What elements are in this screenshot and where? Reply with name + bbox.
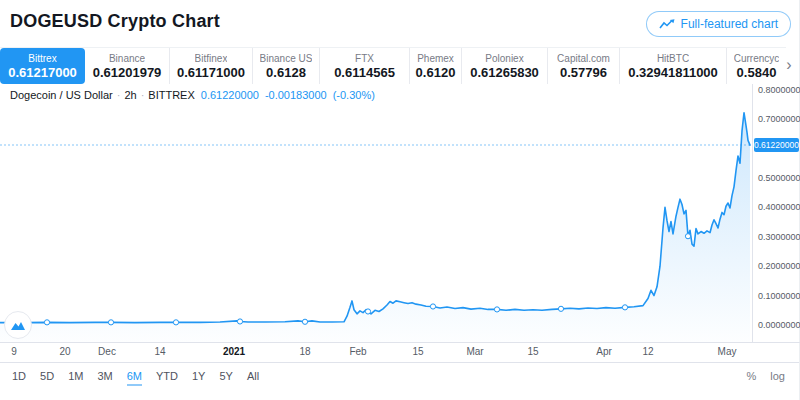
- full-featured-chart-label: Full-featured chart: [681, 17, 778, 31]
- header: DOGEUSD Crypto Chart Full-featured chart: [0, 0, 799, 46]
- time-axis-tick: Feb: [349, 342, 366, 362]
- exchange-price: 0.6120: [416, 65, 456, 80]
- legend-exchange: BITTREX: [148, 89, 194, 101]
- exchange-tab-bittrex[interactable]: Bittrex0.61217000: [0, 48, 85, 84]
- exchange-tab-binance-us[interactable]: Binance US0.6128: [253, 48, 320, 84]
- exchange-name: FTX: [355, 53, 374, 65]
- range-button-6m[interactable]: 6M: [127, 370, 142, 386]
- price-axis-tick: 0.40000000: [758, 202, 800, 212]
- price-axis-tick: 0.70000000: [758, 114, 800, 124]
- data-point-marker: [430, 304, 435, 309]
- exchange-tab-ftx[interactable]: FTX0.6114565: [320, 48, 410, 84]
- exchange-price: 0.61201979: [93, 65, 162, 80]
- exchange-tab-bitfinex[interactable]: Bitfinex0.61171000: [170, 48, 253, 84]
- data-point-marker: [237, 319, 242, 324]
- legend-symbol: Dogecoin / US Dollar: [10, 89, 113, 101]
- range-button-5d[interactable]: 5D: [40, 370, 54, 386]
- data-point-marker: [494, 307, 499, 312]
- range-selector: 1D5D1M3M6MYTD1Y5YAll: [12, 370, 259, 386]
- exchange-price: 0.61171000: [177, 65, 245, 80]
- exchange-name: Bittrex: [28, 53, 56, 65]
- log-scale-button[interactable]: log: [770, 370, 785, 382]
- current-price-tag: 0.61220000: [754, 138, 799, 152]
- exchange-price: 0.6128: [266, 65, 306, 80]
- mountain-logo-icon: [10, 319, 26, 331]
- exchange-tab-phemex[interactable]: Phemex0.6120: [410, 48, 462, 84]
- chart-legend: Dogecoin / US Dollar·2h·BITTREX0.6122000…: [10, 89, 375, 101]
- data-point-marker: [622, 305, 627, 310]
- legend-change: -0.00183000: [265, 89, 327, 101]
- exchange-tab-hitbtc[interactable]: HitBTC0.32941811000: [620, 48, 727, 84]
- exchange-name: Capital.com: [557, 53, 610, 65]
- legend-separator: ·: [117, 89, 121, 101]
- tabs-scroll-right-chevron-icon[interactable]: ›: [782, 56, 796, 76]
- time-axis-tick: 15: [412, 342, 423, 362]
- exchange-price: 0.61217000: [8, 65, 77, 80]
- range-button-5y[interactable]: 5Y: [219, 370, 232, 386]
- exchange-tab-binance[interactable]: Binance0.61201979: [85, 48, 170, 84]
- exchange-price: 0.6114565: [334, 65, 395, 80]
- crypto-chart-widget: DOGEUSD Crypto Chart Full-featured chart…: [0, 0, 800, 400]
- price-axis-tick: 0.20000000: [758, 261, 800, 271]
- legend-interval: 2h: [124, 89, 136, 101]
- time-axis-tick: 20: [59, 342, 70, 362]
- time-axis-tick: 14: [154, 342, 165, 362]
- time-axis-tick: Dec: [98, 342, 116, 362]
- data-point-marker: [108, 320, 113, 325]
- exchange-name: Bitfinex: [195, 53, 228, 65]
- data-point-marker: [302, 319, 307, 324]
- page-title: DOGEUSD Crypto Chart: [10, 11, 220, 32]
- chart-line: [0, 113, 750, 323]
- exchange-name: Phemex: [417, 53, 454, 65]
- data-point-marker: [173, 320, 178, 325]
- price-axis[interactable]: 0.61220000 0.800000000.700000000.5000000…: [752, 84, 800, 342]
- trending-chart-icon: [659, 19, 675, 29]
- exchange-price: 0.61265830: [470, 65, 539, 80]
- exchange-tab-currencyc[interactable]: Currencyc0.5840: [727, 48, 786, 84]
- exchange-name: Binance US: [260, 53, 313, 65]
- time-axis[interactable]: 920Dec14202118Feb15Mar15Apr12May: [0, 342, 752, 362]
- exchange-name: HitBTC: [657, 53, 689, 65]
- exchange-price: 0.5840: [737, 65, 777, 80]
- time-axis-tick: 2021: [223, 342, 245, 362]
- time-axis-tick: 12: [642, 342, 653, 362]
- bottom-toolbar: 1D5D1M3M6MYTD1Y5YAll % log: [0, 362, 799, 400]
- price-axis-tick: 0.30000000: [758, 232, 800, 242]
- scale-controls: % log: [747, 370, 785, 382]
- price-axis-tick: 0.80000000: [758, 85, 800, 95]
- price-axis-tick: 0.10000000: [758, 291, 800, 301]
- tradingview-logo[interactable]: [4, 311, 32, 339]
- time-axis-tick: Apr: [596, 342, 612, 362]
- legend-separator: ·: [141, 89, 145, 101]
- range-button-1y[interactable]: 1Y: [192, 370, 205, 386]
- price-axis-tick: 0.50000000: [758, 173, 800, 183]
- exchange-tab-capital-com[interactable]: Capital.com0.57796: [548, 48, 620, 84]
- data-point-marker: [365, 309, 370, 314]
- data-point-marker: [44, 320, 49, 325]
- price-chart[interactable]: [0, 84, 752, 342]
- chart-area-fill: [0, 113, 750, 342]
- time-axis-tick: 15: [527, 342, 538, 362]
- legend-last-price: 0.61220000: [201, 89, 259, 101]
- time-axis-tick: 9: [11, 342, 17, 362]
- time-axis-tick: 18: [299, 342, 310, 362]
- exchange-tab-poloniex[interactable]: Poloniex0.61265830: [462, 48, 548, 84]
- exchange-name: Currencyc: [734, 53, 780, 65]
- range-button-1m[interactable]: 1M: [68, 370, 83, 386]
- legend-change-percent: (-0.30%): [333, 89, 375, 101]
- price-axis-tick: 0.00000000: [758, 320, 800, 330]
- data-point-marker: [685, 234, 690, 239]
- exchange-name: Binance: [109, 53, 145, 65]
- data-point-marker: [558, 306, 563, 311]
- percent-scale-button[interactable]: %: [747, 370, 757, 382]
- exchange-price: 0.32941811000: [628, 65, 718, 80]
- range-button-3m[interactable]: 3M: [97, 370, 112, 386]
- exchange-name: Poloniex: [485, 53, 523, 65]
- full-featured-chart-button[interactable]: Full-featured chart: [646, 11, 791, 37]
- time-axis-tick: May: [718, 342, 737, 362]
- range-button-all[interactable]: All: [247, 370, 259, 386]
- time-axis-tick: Mar: [466, 342, 483, 362]
- range-button-ytd[interactable]: YTD: [156, 370, 178, 386]
- exchange-price: 0.57796: [560, 65, 607, 80]
- range-button-1d[interactable]: 1D: [12, 370, 26, 386]
